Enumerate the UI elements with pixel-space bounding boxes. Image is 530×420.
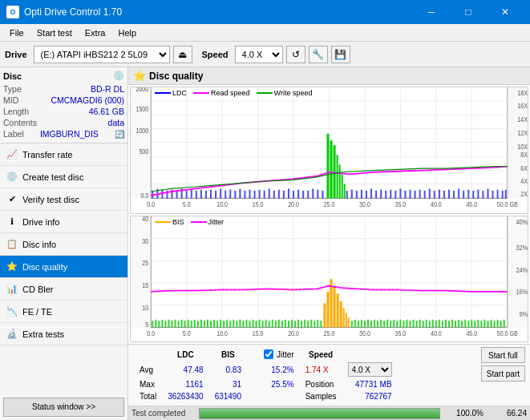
menu-extra[interactable]: Extra (79, 26, 112, 39)
svg-rect-231 (361, 319, 362, 327)
svg-rect-88 (344, 184, 346, 198)
svg-rect-200 (262, 321, 264, 327)
svg-rect-94 (361, 190, 362, 199)
svg-text:1000: 1000 (136, 127, 149, 135)
svg-text:50.0 GB: 50.0 GB (497, 329, 518, 337)
svg-rect-122 (497, 190, 499, 199)
total-bis: 631490 (210, 391, 246, 402)
sidebar-item-verify-test-disc[interactable]: ✔ Verify test disc (0, 188, 127, 211)
drive-info-label: Drive info (22, 217, 59, 227)
sidebar-item-fe-te[interactable]: 📉 FE / TE (0, 301, 127, 323)
svg-text:45.0: 45.0 (466, 201, 477, 209)
refresh-button[interactable]: ↺ (286, 46, 305, 63)
save-button[interactable]: 💾 (331, 46, 350, 63)
sidebar-item-cd-bler[interactable]: 📊 CD Bler (0, 278, 127, 301)
svg-rect-190 (229, 321, 231, 327)
svg-rect-93 (356, 191, 358, 199)
svg-rect-262 (461, 321, 463, 327)
svg-text:10.0: 10.0 (216, 201, 228, 209)
minimize-button[interactable]: ─ (413, 0, 450, 24)
svg-rect-270 (487, 321, 488, 327)
svg-rect-194 (242, 321, 244, 327)
svg-rect-114 (458, 188, 459, 198)
svg-rect-245 (406, 319, 407, 327)
start-part-button[interactable]: Start part (481, 365, 525, 382)
svg-rect-1 (131, 87, 151, 198)
svg-rect-191 (233, 319, 234, 327)
svg-rect-274 (500, 321, 502, 327)
create-test-label: Create test disc (22, 172, 83, 182)
svg-rect-255 (439, 319, 440, 327)
svg-rect-116 (467, 190, 469, 199)
svg-text:0.0: 0.0 (147, 329, 155, 337)
svg-text:5: 5 (145, 321, 148, 329)
svg-rect-117 (472, 191, 474, 199)
eject-button[interactable]: ⏏ (173, 46, 192, 63)
svg-rect-203 (272, 319, 273, 327)
svg-rect-110 (439, 190, 440, 199)
menu-file[interactable]: File (3, 26, 30, 39)
disc-label-row: Label IMGBURN_DIS 🔄 (3, 128, 124, 139)
speed-select-stats[interactable]: 4.0 X (348, 362, 392, 377)
bis-label: BIS (172, 218, 184, 226)
svg-text:25: 25 (142, 259, 148, 267)
sidebar-item-disc-info[interactable]: 📋 Disc info (0, 233, 127, 256)
svg-rect-260 (455, 321, 456, 327)
status-window-button[interactable]: Status window >> (3, 398, 124, 417)
svg-rect-109 (434, 191, 435, 199)
svg-rect-100 (390, 190, 391, 199)
svg-rect-83 (330, 140, 333, 198)
progress-fill (200, 409, 439, 418)
action-buttons: Start full Start part (481, 347, 525, 382)
sidebar-item-disc-quality[interactable]: ⭐ Disc quality (0, 256, 127, 278)
jitter-section: Jitter (264, 349, 294, 359)
svg-text:2X: 2X (520, 190, 528, 198)
title-bar-left: O Opti Drive Control 1.70 (6, 6, 122, 18)
sidebar-item-extra-tests[interactable]: 🔬 Extra tests (0, 323, 127, 345)
svg-rect-181 (200, 319, 202, 327)
svg-rect-225 (343, 308, 345, 327)
menu-start-test[interactable]: Start test (30, 26, 79, 39)
type-key: Type (3, 84, 22, 94)
pos-label: Position (301, 379, 342, 390)
drive-select[interactable]: (E:) ATAPI iHBS212 2 5L09 (34, 46, 170, 63)
svg-rect-216 (314, 321, 315, 327)
disc-info-nav-icon: 📋 (6, 239, 18, 250)
svg-rect-186 (216, 321, 218, 327)
menu-help[interactable]: Help (111, 26, 143, 39)
chart1-svg: 2000 1500 1000 500 0.0 18X 16X 14X 12X 1… (131, 87, 528, 213)
disc-mid-row: MID CMCMAGDI6 (000) (3, 95, 124, 106)
sidebar-item-transfer-rate[interactable]: 📈 Transfer rate (0, 143, 127, 166)
writespeed-label: Write speed (274, 89, 313, 97)
chart2-legend: BIS Jitter (155, 218, 224, 226)
charts-container: LDC Read speed Write speed (128, 85, 530, 344)
close-button[interactable]: ✕ (487, 0, 524, 24)
options-button[interactable]: 🔧 (309, 46, 328, 63)
extra-tests-icon: 🔬 (6, 329, 18, 340)
svg-rect-169 (161, 319, 163, 327)
maximize-button[interactable]: □ (450, 0, 487, 24)
jitter-checkbox[interactable] (264, 349, 273, 359)
mid-key: MID (3, 95, 18, 105)
svg-rect-201 (265, 319, 267, 327)
max-bis: 31 (210, 379, 246, 390)
writespeed-legend: Write speed (257, 89, 313, 97)
sidebar-item-create-test-disc[interactable]: 💿 Create test disc (0, 166, 127, 188)
svg-rect-215 (310, 319, 312, 327)
svg-rect-175 (181, 319, 183, 327)
svg-rect-208 (288, 321, 289, 327)
avg-speed: 1.74 X (305, 365, 329, 374)
svg-rect-121 (492, 191, 494, 199)
svg-text:50.0 GB: 50.0 GB (497, 201, 518, 209)
svg-rect-82 (326, 134, 329, 199)
svg-rect-212 (301, 321, 302, 327)
svg-rect-166 (152, 321, 153, 327)
speed-select[interactable]: 4.0 X (235, 46, 283, 63)
sidebar-item-drive-info[interactable]: ℹ Drive info (0, 211, 127, 233)
svg-text:16X: 16X (517, 103, 528, 111)
svg-rect-87 (342, 174, 343, 198)
start-full-button[interactable]: Start full (481, 347, 525, 363)
svg-text:4X: 4X (520, 178, 528, 186)
svg-rect-253 (432, 319, 434, 327)
svg-rect-111 (443, 191, 445, 199)
